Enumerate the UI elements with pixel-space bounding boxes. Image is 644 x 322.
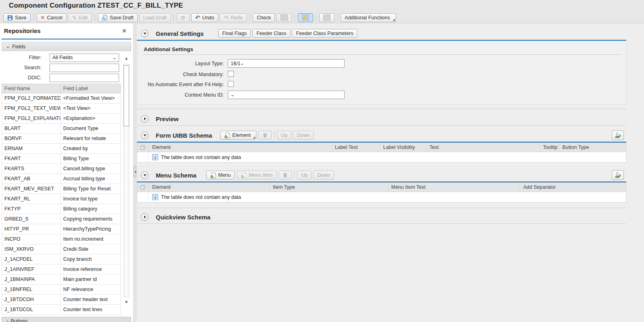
- table-row[interactable]: J_1BTDCOH Counter header text: [2, 295, 121, 305]
- field-label-cell: Counter header text: [61, 295, 120, 304]
- fields-section-header[interactable]: ⌄ Fields: [2, 42, 131, 51]
- move-up-button[interactable]: Up: [277, 131, 291, 140]
- check-button[interactable]: Check: [253, 13, 275, 22]
- table-row[interactable]: FKTYP Billing category: [2, 204, 121, 214]
- column-header[interactable]: Label Visibility: [380, 143, 426, 152]
- column-header[interactable]: Element: [149, 143, 332, 152]
- table-row[interactable]: FKART Billing Type: [2, 154, 121, 164]
- table-row[interactable]: FKART_AB Accrual billing type: [2, 174, 121, 184]
- move-down-button[interactable]: Down: [313, 171, 334, 180]
- save-button[interactable]: Save: [3, 13, 31, 22]
- table-row[interactable]: GRBED_S Copying requirements: [2, 214, 121, 224]
- add-element-button[interactable]: Element: [220, 131, 256, 140]
- feeder-class-parameters-button[interactable]: Feeder Class Parameters: [292, 29, 357, 38]
- refresh-icon: ⟳: [181, 15, 186, 21]
- expand-quickview-icon[interactable]: [141, 213, 149, 221]
- final-flags-button[interactable]: Final Flags: [218, 29, 251, 38]
- table-row[interactable]: BORVF Relevant for rebate: [2, 134, 121, 144]
- page-title: Component Configuration ZTEST_CC_F_BILL_…: [9, 2, 183, 10]
- column-header[interactable]: Add Separator: [520, 183, 626, 192]
- redo-label: Redo: [231, 15, 243, 21]
- table-row[interactable]: FPM_FGL2_TEXT_VIEW <Text View>: [2, 103, 121, 114]
- toolbar-separator: [250, 14, 250, 21]
- table-row[interactable]: J_1BNFREL NF relevance: [2, 285, 121, 295]
- delete-menu-button[interactable]: [279, 171, 292, 180]
- move-up-button[interactable]: Up: [297, 171, 312, 180]
- column-header[interactable]: Text: [426, 143, 540, 152]
- menu-schema-table-header: Element Item Type Menu Item Text Add Sep…: [137, 182, 626, 192]
- field-label-cell: Billing Type for Reset: [61, 184, 120, 194]
- trash-icon: [262, 132, 268, 138]
- table-row[interactable]: ERNAM Created by: [2, 144, 121, 154]
- field-name-cell: FKART_RL: [2, 194, 61, 204]
- column-header[interactable]: Menu Item Text: [388, 183, 520, 192]
- table-row[interactable]: ISM_XKRVO Credit-Side: [2, 244, 121, 254]
- close-icon[interactable]: ✕: [122, 27, 127, 35]
- add-menu-item-button[interactable]: Menu Item: [237, 171, 277, 180]
- column-header[interactable]: Button Type: [559, 143, 626, 152]
- section-divider: [137, 223, 626, 224]
- column-header-field-name[interactable]: Field Name: [2, 84, 61, 93]
- save-label: Save: [15, 15, 27, 21]
- field-name-cell: INCPO: [2, 234, 61, 244]
- buttons-section-header[interactable]: › Buttons: [2, 317, 131, 322]
- table-row[interactable]: J_1ACPDEL Copy branch: [2, 254, 121, 264]
- row-selector-cell: [137, 192, 149, 202]
- redo-button[interactable]: ↷ Redo: [220, 13, 247, 22]
- panel-splitter[interactable]: ◄: [134, 23, 137, 322]
- table-row[interactable]: INCPO Item no.increment: [2, 234, 121, 244]
- select-all-icon[interactable]: [137, 183, 149, 192]
- column-header[interactable]: Tooltip: [540, 143, 559, 152]
- column-header[interactable]: Item Type: [270, 183, 388, 192]
- layout-type-select[interactable]: 16/1 ⌄: [228, 59, 345, 68]
- refresh-button[interactable]: ⟳: [177, 13, 190, 22]
- table-row[interactable]: FPM_FGL2_EXPLANATION <Explanation>: [2, 114, 121, 124]
- layout-split-preview-button[interactable]: [298, 13, 313, 22]
- load-draft-button[interactable]: Load Draft: [139, 13, 171, 22]
- technical-settings-button[interactable]: [612, 170, 624, 180]
- edit-button[interactable]: ✎ Edit: [68, 13, 91, 22]
- table-row[interactable]: FKART_MEV_RESET Billing Type for Reset: [2, 184, 121, 194]
- table-row[interactable]: FKART_RL Invoice list type: [2, 194, 121, 204]
- additional-functions-button[interactable]: Additional Functions: [341, 13, 396, 22]
- person-wrench-icon: [614, 132, 621, 139]
- layout-rows-button[interactable]: [319, 13, 334, 22]
- undo-button[interactable]: ↶ Undo: [191, 13, 218, 22]
- column-header[interactable]: Label Text: [332, 143, 380, 152]
- scroll-down-icon[interactable]: ∨: [123, 299, 130, 305]
- toolbar-separator: [33, 14, 34, 21]
- table-row[interactable]: FKARTS Cancell.billing type: [2, 164, 121, 174]
- column-header[interactable]: Element: [149, 183, 270, 192]
- delete-element-button[interactable]: [258, 131, 272, 140]
- save-draft-button[interactable]: Save Draft: [98, 13, 138, 22]
- no-auto-event-checkbox[interactable]: [228, 81, 234, 87]
- layout-stacked-button[interactable]: [277, 13, 292, 22]
- select-all-icon[interactable]: [137, 143, 149, 152]
- table-row[interactable]: J_1BMAINPA Main partner id: [2, 275, 121, 285]
- technical-settings-button[interactable]: [612, 130, 624, 140]
- table-row[interactable]: BLART Document Type: [2, 124, 121, 134]
- repositories-panel: Repositories ✕ ⌄ Fields Filter: All Fiel…: [0, 23, 134, 322]
- table-row[interactable]: J_1BTDCOL Counter text lines: [2, 305, 121, 315]
- chevron-down-icon: ⌄: [113, 55, 116, 60]
- collapse-menu-schema-icon[interactable]: [141, 171, 149, 179]
- check-mandatory-checkbox[interactable]: [228, 71, 234, 77]
- field-name-cell: FPM_FGL2_TEXT_VIEW: [2, 103, 61, 113]
- empty-table-message: The table does not contain any data: [161, 155, 241, 160]
- table-row[interactable]: J_1AINVREF Invoice reference: [2, 264, 121, 275]
- save-draft-icon: [102, 14, 108, 21]
- feeder-class-button[interactable]: Feeder Class: [252, 29, 290, 38]
- additional-functions-label: Additional Functions: [345, 15, 390, 21]
- field-name-cell: FKART: [2, 154, 61, 163]
- move-down-button[interactable]: Down: [293, 131, 314, 140]
- main-content: General Settings Final Flags Feeder Clas…: [137, 23, 644, 322]
- context-menu-select[interactable]: ⌄: [228, 91, 345, 99]
- cancel-button[interactable]: ✕ Cancel: [37, 13, 67, 22]
- table-row[interactable]: HITYP_PR HierarchyTypePricing: [2, 224, 121, 234]
- form-uibb-table: Element Label Text Label Visibility Text…: [137, 142, 626, 163]
- field-label-cell: Invoice list type: [61, 194, 120, 204]
- collapse-form-uibb-icon[interactable]: [141, 132, 149, 139]
- collapse-general-settings-icon[interactable]: [141, 30, 149, 37]
- expand-preview-icon[interactable]: [141, 115, 149, 123]
- add-menu-button[interactable]: Menu: [206, 171, 235, 180]
